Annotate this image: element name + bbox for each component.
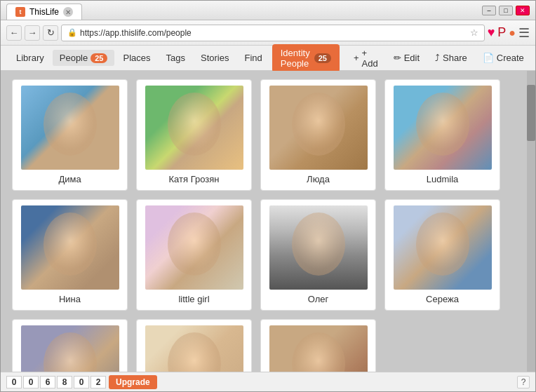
svg-point-1 — [168, 93, 221, 156]
svg-point-8 — [43, 332, 97, 372]
person-card-partial3[interactable] — [260, 319, 376, 372]
svg-point-0 — [43, 93, 97, 156]
score-digit-1: 0 — [23, 376, 39, 388]
add-icon: + — [354, 53, 359, 63]
person-photo-partial1 — [21, 325, 119, 372]
person-photo-seryozha — [394, 205, 492, 290]
person-card-lyuda[interactable]: Люда — [260, 79, 376, 191]
svg-point-6 — [292, 212, 345, 276]
person-name-oleg: Олег — [308, 294, 329, 304]
reload-button[interactable]: ↻ — [43, 25, 58, 41]
svg-point-9 — [168, 332, 221, 372]
svg-point-5 — [168, 212, 221, 276]
people-badge: 25 — [91, 53, 107, 63]
person-photo-katya — [145, 86, 243, 170]
app-toolbar: Library People 25 Places Tags Stories Fi… — [1, 46, 535, 71]
forward-button[interactable]: → — [25, 25, 40, 41]
tab-close-button[interactable]: ✕ — [63, 7, 73, 17]
create-button[interactable]: 📄 Create — [476, 50, 531, 66]
url-text: https://app.thislife.com/people — [80, 28, 467, 38]
add-button[interactable]: + + Add — [347, 45, 385, 72]
close-button[interactable]: ✕ — [516, 6, 530, 15]
create-icon: 📄 — [483, 53, 494, 63]
find-nav[interactable]: Find — [237, 50, 269, 66]
people-nav[interactable]: People 25 — [53, 50, 115, 66]
score-digit-2: 6 — [40, 376, 55, 388]
upgrade-button[interactable]: Upgrade — [109, 375, 157, 389]
main-content: Дима Катя Грозян Люда — [1, 71, 535, 372]
settings-button[interactable]: ⚙ — [532, 50, 536, 66]
score-digit-4: 0 — [74, 376, 89, 388]
help-button[interactable]: ? — [517, 376, 530, 388]
circle-icon[interactable]: ● — [509, 27, 516, 39]
score-digit-5: 2 — [91, 376, 106, 388]
places-nav[interactable]: Places — [116, 50, 157, 66]
identity-badge: 25 — [314, 53, 331, 63]
favicon: t — [15, 7, 25, 17]
nav-right-icons: ♥ P ● ☰ — [488, 25, 530, 41]
person-card-partial2[interactable] — [136, 319, 252, 372]
person-photo-nina — [21, 205, 119, 290]
person-photo-lyuda — [269, 86, 368, 170]
person-photo-partial3 — [269, 325, 368, 372]
tags-nav[interactable]: Tags — [159, 50, 192, 66]
score-digit-3: 8 — [57, 376, 72, 388]
person-name-lyuda: Люда — [307, 174, 330, 184]
person-card-nina[interactable]: Нина — [12, 199, 128, 311]
bottom-bar: 006802 Upgrade ? — [1, 372, 535, 391]
find-label: Find — [244, 53, 262, 63]
person-card-dima[interactable]: Дима — [12, 79, 128, 191]
person-name-little-girl: little girl — [178, 294, 209, 304]
tab-title: ThisLife — [29, 7, 59, 17]
person-photo-little-girl — [145, 205, 243, 290]
edit-button[interactable]: ✏ Edit — [387, 50, 427, 66]
scrollbar[interactable] — [527, 71, 535, 372]
stories-nav[interactable]: Stories — [194, 50, 236, 66]
person-name-nina: Нина — [59, 294, 81, 304]
library-nav[interactable]: Library — [9, 50, 51, 66]
person-card-oleg[interactable]: Олег — [260, 199, 376, 311]
edit-icon: ✏ — [394, 53, 401, 63]
title-bar: t ThisLife ✕ – □ ✕ — [1, 1, 535, 20]
share-button[interactable]: ⤴ Share — [428, 50, 474, 66]
svg-point-4 — [43, 212, 97, 276]
identity-label: Identity People — [281, 48, 310, 69]
people-grid: Дима Катя Грозян Люда — [12, 79, 516, 372]
edit-label: Edit — [404, 53, 420, 63]
share-label: Share — [443, 53, 467, 63]
person-name-seryozha: Сережа — [426, 294, 459, 304]
identity-people-button[interactable]: Identity People 25 — [272, 44, 340, 72]
lock-icon: 🔒 — [67, 28, 77, 37]
maximize-button[interactable]: □ — [499, 6, 513, 15]
create-label: Create — [497, 53, 524, 63]
bookmark-icon: ☆ — [470, 27, 478, 38]
places-label: Places — [123, 53, 150, 63]
svg-point-10 — [292, 332, 345, 372]
person-card-partial1[interactable] — [12, 319, 128, 372]
thislife-icon[interactable]: ♥ — [488, 25, 495, 40]
person-photo-ludmila — [394, 86, 492, 170]
back-button[interactable]: ← — [6, 25, 22, 41]
people-label: People — [60, 53, 88, 63]
person-name-ludmila: Ludmila — [427, 174, 459, 184]
share-icon: ⤴ — [435, 53, 440, 63]
person-card-little-girl[interactable]: little girl — [136, 199, 252, 311]
person-card-ludmila[interactable]: Ludmila — [384, 79, 500, 191]
browser-window: t ThisLife ✕ – □ ✕ ← → ↻ 🔒 https://app.t… — [0, 0, 536, 392]
person-card-katya[interactable]: Катя Грозян — [136, 79, 252, 191]
address-bar[interactable]: 🔒 https://app.thislife.com/people ☆ — [61, 25, 485, 41]
score-digit-0: 0 — [6, 376, 22, 388]
minimize-button[interactable]: – — [482, 6, 496, 15]
stories-label: Stories — [201, 53, 229, 63]
svg-point-2 — [292, 93, 345, 156]
svg-point-3 — [416, 93, 469, 156]
menu-icon[interactable]: ☰ — [518, 25, 530, 41]
pinterest-icon[interactable]: P — [497, 25, 506, 40]
person-name-dima: Дима — [58, 174, 81, 184]
person-photo-oleg — [269, 205, 368, 290]
add-label: + Add — [362, 48, 378, 69]
scrollbar-thumb[interactable] — [527, 85, 535, 141]
browser-tab[interactable]: t ThisLife ✕ — [6, 4, 82, 20]
person-card-seryozha[interactable]: Сережа — [384, 199, 500, 311]
nav-bar: ← → ↻ 🔒 https://app.thislife.com/people … — [1, 20, 535, 46]
